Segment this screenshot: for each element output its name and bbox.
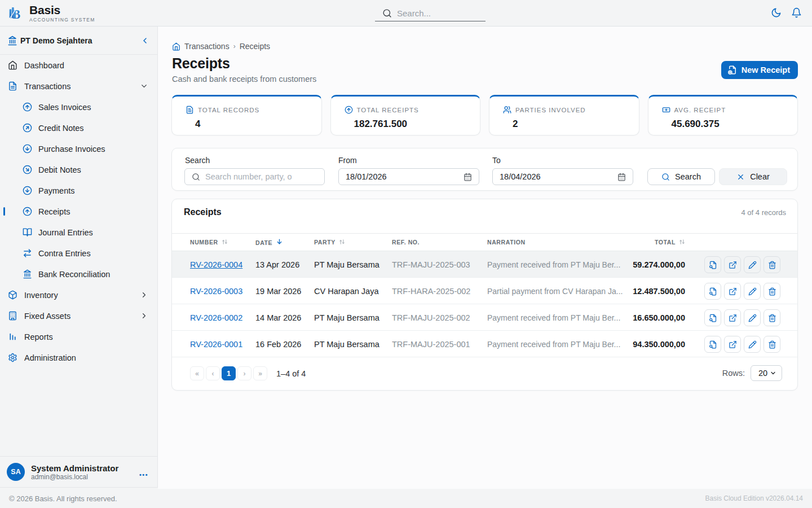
svg-text:B: B: [12, 7, 20, 21]
